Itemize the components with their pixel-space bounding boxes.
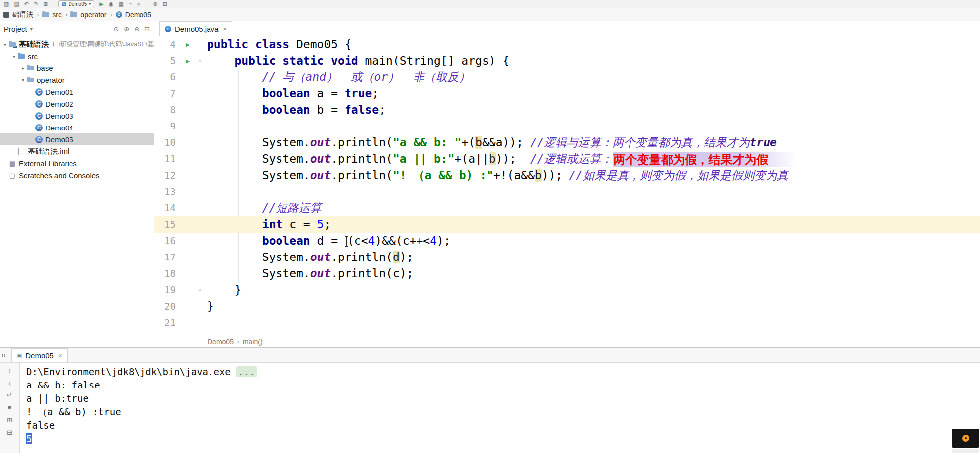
fold-column	[195, 200, 205, 216]
search-everywhere-button[interactable]: ≡	[145, 1, 148, 7]
run-line-icon[interactable]: ▶	[180, 53, 195, 69]
fold-column	[195, 118, 205, 134]
collapse-all-icon[interactable]: ⊟	[144, 25, 150, 33]
breadcrumb-item-Demo05[interactable]: CDemo05	[114, 11, 153, 19]
editor-tab-demo05[interactable]: C Demo05.java ×	[159, 21, 232, 36]
fold-marker-icon[interactable]: ▿	[195, 53, 205, 69]
run-button[interactable]: ▶	[99, 1, 103, 7]
project-icon	[8, 40, 16, 48]
project-icon	[3, 12, 9, 18]
code-token: .println(	[331, 152, 393, 165]
code-line-20[interactable]: 20}	[154, 298, 980, 315]
code-token: );	[400, 251, 414, 263]
code-line-5[interactable]: 5▶▿ public static void main(String[] arg…	[154, 53, 980, 69]
file-icon	[17, 147, 25, 155]
tree-item-Demo03[interactable]: CDemo03	[0, 110, 154, 122]
breadcrumb-item-operator[interactable]: operator	[69, 11, 108, 19]
code-line-4[interactable]: 4▶public class Demo05 {	[154, 36, 980, 53]
prev-occurrence-icon[interactable]: ↑	[8, 367, 11, 374]
tree-item-Scratches and Consoles[interactable]: ▢Scratches and Consoles	[0, 169, 154, 181]
settings-icon[interactable]: ⊛	[134, 25, 140, 33]
tree-item-Demo04[interactable]: CDemo04	[0, 122, 154, 133]
tree-item-基础语法[interactable]: ▾基础语法F:\班级管理\网课班\代码\JavaSE\基础	[0, 38, 154, 50]
editor-breadcrumb-Demo05[interactable]: Demo05	[208, 338, 234, 346]
console-token: false	[26, 420, 55, 431]
line-number: 15	[154, 216, 180, 233]
code-line-16[interactable]: 16 boolean d = (c<4)&&(c++<4);	[154, 233, 980, 249]
code-editor[interactable]: 4▶public class Demo05 {5▶▿ public static…	[154, 36, 980, 336]
fold-column	[195, 265, 205, 282]
tree-item-基础语法.iml[interactable]: 基础语法.iml	[0, 145, 154, 157]
code-line-19[interactable]: 19▵ }	[154, 282, 980, 298]
next-occurrence-icon[interactable]: ↓	[8, 380, 11, 386]
code-line-13[interactable]: 13	[154, 184, 980, 200]
code-text: // 与（and） 或（or） 非（取反）	[205, 69, 470, 85]
code-token: }	[207, 300, 214, 313]
code-line-14[interactable]: 14 //短路运算	[154, 200, 980, 216]
line-number: 12	[154, 167, 180, 184]
chevron-right-icon[interactable]: ▸	[20, 65, 26, 71]
close-icon[interactable]: ×	[223, 25, 227, 33]
run-line-icon[interactable]: ▶	[180, 36, 195, 53]
save-all-icon[interactable]: ▤	[14, 1, 19, 7]
code-line-7[interactable]: 7 boolean a = true;	[154, 85, 980, 102]
scroll-to-end-icon[interactable]: ≡	[8, 404, 12, 411]
code-line-11[interactable]: 11 System.out.println("a || b:"+(a||b));…	[154, 151, 980, 167]
settings-button[interactable]: ⊛	[153, 1, 158, 7]
code-line-21[interactable]: 21	[154, 315, 980, 331]
profiler-button[interactable]: ◔	[129, 1, 132, 7]
code-token	[207, 201, 262, 214]
console-tab-demo05[interactable]: ▣ Demo05 ×	[11, 348, 68, 362]
run-config-selector[interactable]: C Demo05 ▾	[58, 0, 94, 7]
tree-item-base[interactable]: ▸base	[0, 62, 154, 74]
tree-item-External Libraries[interactable]: ▤External Libraries	[0, 157, 154, 169]
breadcrumb-item-础语法[interactable]: 础语法	[2, 10, 35, 19]
code-line-6[interactable]: 6 // 与（and） 或（or） 非（取反）	[154, 69, 980, 85]
code-line-10[interactable]: 10 System.out.println("a && b: "+(b&&a))…	[154, 134, 980, 151]
locate-file-icon[interactable]: ⊙	[113, 25, 119, 33]
code-token: System.	[207, 267, 310, 280]
soft-wrap-icon[interactable]: ↵	[7, 392, 12, 398]
tree-item-src[interactable]: ▾src	[0, 50, 154, 62]
code-line-12[interactable]: 12 System.out.println("! （a && b) :"+!(a…	[154, 167, 980, 184]
code-line-9[interactable]: 9	[154, 118, 980, 134]
tree-item-Demo02[interactable]: CDemo02	[0, 98, 154, 110]
clear-all-icon[interactable]: ⊟	[7, 429, 12, 436]
chevron-down-icon[interactable]: ▾	[30, 26, 33, 32]
tree-item-Demo01[interactable]: CDemo01	[0, 86, 154, 98]
redo-icon[interactable]: ↷	[34, 1, 38, 7]
fold-marker-icon[interactable]: ▵	[195, 282, 205, 298]
chevron-down-icon[interactable]: ▾	[2, 42, 8, 47]
code-line-15[interactable]: 15 int c = 5;	[154, 216, 980, 233]
code-token: c =	[289, 218, 317, 231]
chevron-down-icon[interactable]: ▾	[20, 77, 26, 83]
breadcrumb-item-src[interactable]: src	[41, 11, 63, 19]
stop-button[interactable]: ■	[137, 1, 140, 7]
fold-column	[195, 134, 205, 151]
console-output[interactable]: D:\Environment\jdk8\jdk\bin\java.exe ...…	[20, 363, 980, 453]
code-line-8[interactable]: 8 boolean b = false;	[154, 102, 980, 118]
line-number: 4	[154, 36, 180, 53]
open-project-icon[interactable]: ▥	[4, 1, 9, 7]
undo-icon[interactable]: ↶	[24, 1, 29, 7]
code-line-18[interactable]: 18 System.out.println(c);	[154, 265, 980, 282]
gutter-spacer	[180, 69, 195, 85]
debug-button[interactable]: ◉	[109, 1, 114, 7]
code-line-17[interactable]: 17 System.out.println(d);	[154, 249, 980, 265]
tree-item-Demo05[interactable]: CDemo05	[0, 133, 154, 145]
code-text: }	[205, 298, 214, 315]
layout-button[interactable]: ⊞	[163, 1, 167, 7]
coverage-button[interactable]: ▦	[118, 1, 123, 7]
print-icon[interactable]: ⊞	[7, 417, 12, 423]
tree-item-operator[interactable]: ▾operator	[0, 74, 154, 86]
console-line-4: ! （a && b) :true	[26, 405, 980, 419]
build-icon[interactable]: ⊠	[43, 1, 48, 7]
code-token: +(a||	[455, 152, 489, 165]
code-token: ;	[372, 87, 379, 100]
editor-breadcrumb-main()[interactable]: main()	[243, 338, 263, 346]
expand-all-icon[interactable]: ⊕	[124, 25, 129, 33]
ide-window: ▥▤↶↷⊠ C Demo05 ▾ ▶◉▦◔■≡⊛⊞ 础语法›src›operat…	[0, 0, 980, 453]
chevron-down-icon[interactable]: ▾	[11, 54, 17, 59]
code-text: System.out.println(d);	[205, 249, 413, 265]
close-icon[interactable]: ×	[58, 352, 62, 359]
